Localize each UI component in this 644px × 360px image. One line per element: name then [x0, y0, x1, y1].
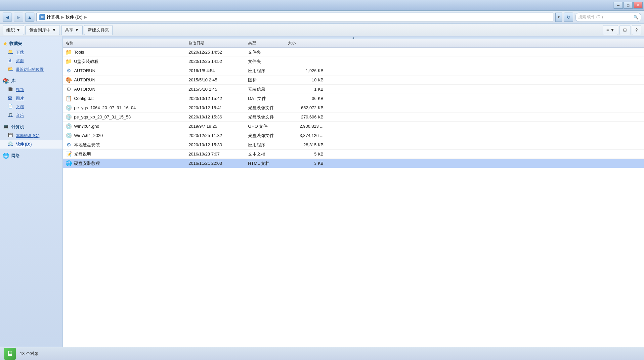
table-row[interactable]: 📋 Config.dat 2020/10/12 15:42 DAT 文件 36 … — [63, 94, 644, 103]
help-button[interactable]: ? — [632, 25, 641, 35]
file-name-cell: 📁 U盘安装教程 — [63, 58, 189, 65]
breadcrumb-sep-2: ▶ — [84, 15, 87, 20]
file-type-icon: ⚙ — [65, 68, 72, 74]
file-type-icon: ⚙ — [65, 86, 72, 93]
sidebar-favorites-header[interactable]: ★ 收藏夹 — [0, 39, 63, 48]
sidebar-item-recent[interactable]: 📂 最近访问的位置 — [0, 65, 63, 74]
table-row[interactable]: 📝 光盘说明 2016/10/23 7:07 文本文档 5 KB — [63, 150, 644, 159]
view-arrow-icon: ▼ — [610, 27, 615, 32]
sidebar-item-drive-d-label: 软件 (D:) — [16, 142, 32, 147]
table-row[interactable]: 📁 U盘安装教程 2020/12/25 14:52 文件夹 — [63, 57, 644, 66]
layout-icon: ⊞ — [623, 27, 627, 32]
file-type-icon: 📋 — [65, 95, 72, 102]
file-size-cell: 28,315 KB — [288, 142, 327, 147]
sidebar-item-document[interactable]: 📄 文档 — [0, 103, 63, 111]
sidebar-item-image[interactable]: 🖼 图片 — [0, 94, 63, 103]
file-name-cell: 🎨 AUTORUN — [63, 77, 189, 83]
col-type-label: 类型 — [248, 41, 256, 45]
refresh-button[interactable]: ↻ — [564, 13, 573, 22]
sidebar-library-label: 库 — [11, 78, 16, 84]
file-name-cell: ⚙ AUTORUN — [63, 68, 189, 74]
sidebar-item-download-label: 下载 — [16, 50, 24, 55]
breadcrumb[interactable]: 🖥 计算机 ▶ 软件 (D:) ▶ — [36, 13, 553, 22]
breadcrumb-computer[interactable]: 计算机 — [47, 14, 60, 20]
close-button[interactable]: ✕ — [633, 2, 643, 9]
sidebar-item-video[interactable]: 🎬 视频 — [0, 85, 63, 94]
sidebar-item-drive-d[interactable]: 💿 软件 (D:) — [0, 140, 63, 149]
file-date-cell: 2016/10/23 7:07 — [189, 152, 248, 157]
file-name: pe_yqs_1064_20_07_31_16_04 — [74, 105, 136, 110]
statusbar: 🖥 13 个对象 — [0, 347, 644, 360]
file-type-icon: 💿 — [65, 105, 72, 111]
col-type-header[interactable]: 类型 — [248, 40, 288, 46]
sidebar-item-document-label: 文档 — [16, 104, 24, 110]
layout-button[interactable]: ⊞ — [620, 25, 630, 35]
file-date-cell: 2020/12/25 14:52 — [189, 50, 248, 55]
table-row[interactable]: 💿 Win7x64_2020 2020/12/25 11:32 光盘映像文件 3… — [63, 131, 644, 140]
download-folder-icon: 📁 — [8, 49, 14, 55]
share-arrow-icon: ▼ — [75, 27, 79, 32]
col-name-header[interactable]: 名称 — [63, 40, 189, 46]
file-type-icon: 💿 — [65, 132, 72, 139]
file-name: 硬盘安装教程 — [74, 160, 100, 166]
minimize-button[interactable]: ─ — [614, 2, 623, 9]
include-library-button[interactable]: 包含到库中 ▼ — [25, 25, 60, 35]
computer-icon: 💻 — [3, 124, 9, 130]
sidebar-item-recent-label: 最近访问的位置 — [16, 67, 44, 72]
col-date-header[interactable]: 修改日期 — [189, 40, 248, 46]
file-type-icon: 📁 — [65, 49, 72, 56]
file-type-cell: 文件夹 — [248, 59, 288, 65]
breadcrumb-drive[interactable]: 软件 (D:) — [65, 14, 82, 20]
file-size-cell: 279,696 KB — [288, 114, 327, 119]
search-bar[interactable]: 搜索 软件 (D:) 🔍 — [575, 13, 641, 22]
col-size-header[interactable]: 大小 — [288, 40, 327, 46]
up-button[interactable]: ▲ — [25, 13, 34, 22]
table-row[interactable]: ⚙ AUTORUN 2016/1/8 4:54 应用程序 1,926 KB — [63, 66, 644, 75]
file-name: Win7x64.gho — [74, 124, 99, 129]
file-name: pe_yqs_xp_20_07_31_15_53 — [74, 114, 131, 119]
breadcrumb-dropdown[interactable]: ▼ — [555, 13, 562, 22]
new-folder-button[interactable]: 新建文件夹 — [84, 25, 113, 35]
organize-button[interactable]: 组织 ▼ — [3, 25, 24, 35]
maximize-button[interactable]: □ — [623, 2, 633, 9]
table-row[interactable]: 💿 pe_yqs_1064_20_07_31_16_04 2020/10/12 … — [63, 103, 644, 112]
forward-button[interactable]: ▶ — [14, 13, 23, 22]
table-row[interactable]: 💿 pe_yqs_xp_20_07_31_15_53 2020/10/12 15… — [63, 112, 644, 122]
sidebar-item-music-label: 音乐 — [16, 113, 24, 118]
back-icon: ◀ — [6, 15, 9, 20]
back-button[interactable]: ◀ — [3, 13, 12, 22]
file-name: 光盘说明 — [74, 151, 91, 157]
table-row[interactable]: 📁 Tools 2020/12/25 14:52 文件夹 — [63, 48, 644, 57]
file-date-cell: 2020/10/12 15:30 — [189, 142, 248, 147]
address-bar: ◀ ▶ ▲ 🖥 计算机 ▶ 软件 (D:) ▶ ▼ ↻ 搜索 软件 (D:) 🔍 — [0, 11, 644, 24]
sidebar-library-section: 📚 库 🎬 视频 🖼 图片 📄 文档 🎵 音乐 — [0, 76, 63, 120]
table-row[interactable]: 💿 Win7x64.gho 2019/9/7 19:25 GHO 文件 2,90… — [63, 122, 644, 131]
file-size-cell: 1 KB — [288, 87, 327, 92]
file-date-cell: 2020/12/25 11:32 — [189, 133, 248, 138]
table-row[interactable]: 🎨 AUTORUN 2015/5/10 2:45 图标 10 KB — [63, 75, 644, 85]
file-size-cell: 3 KB — [288, 161, 327, 166]
file-type-cell: 安装信息 — [248, 86, 288, 92]
toolbar: 组织 ▼ 包含到库中 ▼ 共享 ▼ 新建文件夹 ≡ ▼ ⊞ ? — [0, 24, 644, 36]
view-button[interactable]: ≡ ▼ — [603, 25, 618, 35]
recent-icon: 📂 — [8, 67, 14, 72]
sidebar-library-header[interactable]: 📚 库 — [0, 76, 63, 85]
sidebar-item-drive-c[interactable]: 💾 本地磁盘 (C:) — [0, 131, 63, 140]
table-row[interactable]: ⚙ 本地硬盘安装 2020/10/12 15:30 应用程序 28,315 KB — [63, 140, 644, 150]
sidebar-item-music[interactable]: 🎵 音乐 — [0, 111, 63, 120]
table-row[interactable]: 🌐 硬盘安装教程 2016/11/21 22:03 HTML 文档 3 KB — [63, 159, 644, 168]
sidebar-network-label: 网络 — [11, 153, 20, 159]
share-button[interactable]: 共享 ▼ — [61, 25, 83, 35]
sidebar-network-section: 🌐 网络 — [0, 151, 63, 160]
sidebar-item-download[interactable]: 📁 下载 — [0, 48, 63, 57]
sidebar-item-desktop[interactable]: 🖥 桌面 — [0, 57, 63, 65]
status-count: 13 个对象 — [20, 351, 39, 357]
file-type-cell: DAT 文件 — [248, 96, 288, 102]
col-date-label: 修改日期 — [189, 41, 204, 45]
table-row[interactable]: ⚙ AUTORUN 2015/5/10 2:45 安装信息 1 KB — [63, 85, 644, 94]
sidebar-computer-header[interactable]: 💻 计算机 — [0, 122, 63, 131]
col-size-label: 大小 — [288, 41, 296, 45]
file-date-cell: 2016/1/8 4:54 — [189, 68, 248, 73]
star-icon: ★ — [3, 40, 7, 47]
sidebar-network-header[interactable]: 🌐 网络 — [0, 151, 63, 160]
